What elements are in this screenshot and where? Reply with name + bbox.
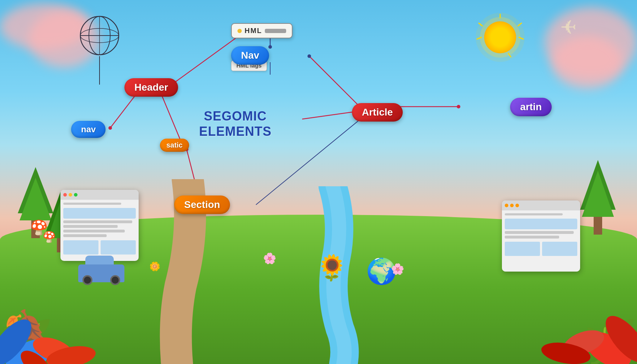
svg-line-25 xyxy=(508,53,511,57)
section-small-button: satic xyxy=(160,139,189,152)
section-small-label: satic xyxy=(166,141,183,149)
sunflower-icon: 🌻 xyxy=(316,253,347,282)
flower-small-3: 🌼 xyxy=(149,261,160,272)
browser-line-2 xyxy=(63,220,132,223)
browser-line-3 xyxy=(63,225,118,228)
svg-line-1 xyxy=(171,34,242,85)
globe-icon xyxy=(78,14,121,57)
artin-label: artin xyxy=(520,101,542,113)
browser-line-4 xyxy=(63,230,125,232)
browser-line-5 xyxy=(63,234,107,237)
airplane-icon: ✈ xyxy=(560,16,577,39)
svg-line-24 xyxy=(519,37,523,39)
browser-grid-1 xyxy=(63,240,98,255)
center-text-line1: SEGOMIC xyxy=(199,108,272,124)
browser-content-left xyxy=(60,200,139,257)
svg-line-26 xyxy=(477,37,481,39)
svg-point-17 xyxy=(108,126,112,130)
browser-line-r2 xyxy=(505,231,574,234)
html-node-bar xyxy=(265,29,286,33)
browser-line-r1 xyxy=(505,213,563,215)
browser-block-1 xyxy=(63,208,136,219)
browser-dot-orange-1 xyxy=(505,204,508,207)
svg-line-27 xyxy=(479,23,482,26)
cloud-left-2 xyxy=(0,4,89,50)
browser-block-r1 xyxy=(505,219,577,229)
browser-content-right xyxy=(502,210,580,259)
browser-dot-yellow xyxy=(69,193,72,197)
html-node-label: HML xyxy=(245,27,262,35)
nav-top-button: Nav xyxy=(231,46,269,65)
section-button: Section xyxy=(174,196,230,214)
browser-line-r3 xyxy=(505,236,559,239)
section-label: Section xyxy=(184,199,220,210)
nav-bottom-label: nav xyxy=(81,124,96,134)
mushroom-icon-2: 🍄 xyxy=(43,231,56,243)
flower-small-1: 🌸 xyxy=(263,252,276,264)
globe-string xyxy=(99,56,100,85)
svg-point-12 xyxy=(268,45,272,49)
flower-small-2: 🌸 xyxy=(391,263,404,275)
browser-titlebar-right xyxy=(502,200,580,210)
car xyxy=(78,257,124,282)
header-label: Header xyxy=(134,82,168,93)
svg-line-2 xyxy=(309,56,363,109)
browser-line-1 xyxy=(63,203,121,205)
browser-grid-right xyxy=(505,242,577,256)
browser-grid-r1 xyxy=(505,242,540,256)
car-wheel-right xyxy=(110,275,120,285)
html-node-dot xyxy=(237,29,242,33)
center-text: SEGOMIC ELEMENTS xyxy=(199,108,272,139)
svg-line-23 xyxy=(518,23,521,26)
browser-dot-orange-2 xyxy=(510,204,514,207)
cloud-right-2 xyxy=(552,36,623,89)
nav-bottom-button: nav xyxy=(71,121,106,138)
browser-dot-red xyxy=(63,193,67,197)
browser-window-left xyxy=(60,190,139,261)
car-wheel-left xyxy=(82,275,92,285)
browser-window-right xyxy=(502,200,580,272)
sun-rays xyxy=(482,20,518,55)
artin-button: artin xyxy=(510,98,552,116)
browser-grid xyxy=(63,240,136,255)
svg-point-19 xyxy=(457,105,460,108)
browser-grid-2 xyxy=(101,240,136,255)
article-button: Article xyxy=(352,103,403,122)
svg-line-4 xyxy=(160,91,181,142)
article-label: Article xyxy=(362,107,393,118)
svg-line-7 xyxy=(302,112,355,119)
html-node: HML xyxy=(231,23,293,38)
nav-top-label: Nav xyxy=(241,50,259,61)
browser-dot-orange-3 xyxy=(515,204,519,207)
main-scene: ✈ xyxy=(0,0,637,364)
browser-grid-r2 xyxy=(542,242,577,256)
svg-point-13 xyxy=(307,54,311,58)
center-text-line2: ELEMENTS xyxy=(199,124,272,139)
browser-dot-green xyxy=(74,193,77,197)
browser-titlebar-left xyxy=(60,190,139,200)
header-button: Header xyxy=(124,78,178,97)
